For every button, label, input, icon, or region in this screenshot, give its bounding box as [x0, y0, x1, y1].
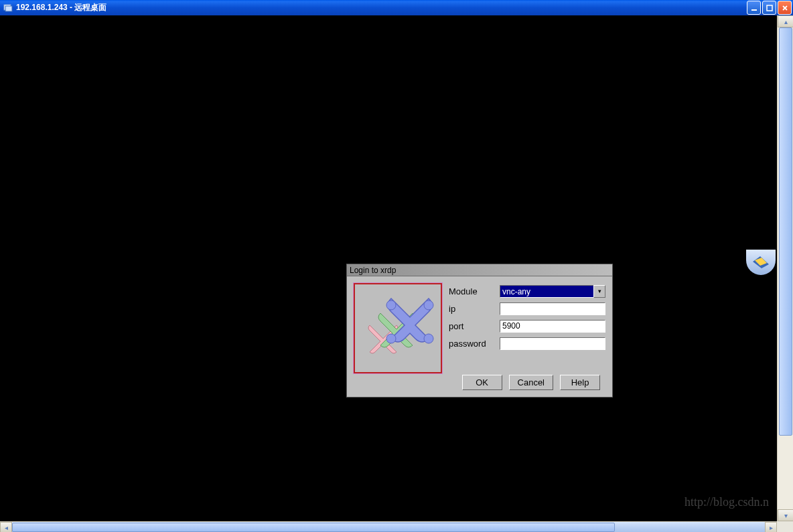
watermark-text: http://blog.csdn.n [684, 495, 769, 509]
window-controls [747, 1, 792, 15]
dropdown-icon[interactable]: ▾ [593, 285, 605, 298]
module-select-value: vnc-any [500, 285, 593, 298]
port-input[interactable] [500, 320, 605, 333]
cancel-button[interactable]: Cancel [509, 375, 553, 390]
hscroll-track[interactable] [12, 522, 765, 532]
vscroll-track[interactable] [778, 27, 793, 509]
xrdp-logo [354, 283, 442, 373]
login-fields: Module vnc-any ▾ ip port password [449, 283, 605, 373]
window-titlebar: 192.168.1.243 - 远程桌面 [0, 0, 793, 15]
dialog-titlebar: Login to xrdp [347, 264, 612, 276]
password-label: password [449, 339, 496, 349]
port-label: port [449, 321, 496, 331]
minimize-button[interactable] [747, 1, 761, 15]
ip-label: ip [449, 304, 496, 314]
remote-desktop-icon [3, 3, 13, 13]
horizontal-scrollbar[interactable]: ◂ ▸ [0, 521, 777, 532]
svg-point-5 [424, 300, 433, 310]
svg-rect-2 [751, 9, 757, 11]
client-area: Login to xrdp [0, 15, 793, 532]
scroll-up-icon[interactable]: ▴ [778, 15, 793, 27]
dialog-body: Module vnc-any ▾ ip port password [347, 276, 612, 380]
help-button[interactable]: Help [560, 375, 600, 390]
vertical-scrollbar[interactable]: ▴ ▾ [777, 15, 793, 521]
hscroll-thumb[interactable] [12, 523, 615, 532]
scrollbar-corner [777, 521, 793, 532]
remote-desktop-window: 192.168.1.243 - 远程桌面 Login to xrdp [0, 0, 793, 532]
svg-point-7 [424, 334, 433, 343]
close-button[interactable] [778, 1, 792, 15]
ip-input[interactable] [500, 302, 605, 315]
vscroll-thumb[interactable] [779, 27, 792, 436]
svg-point-4 [386, 300, 396, 310]
remote-screen[interactable]: Login to xrdp [0, 15, 777, 521]
svg-rect-1 [5, 6, 12, 11]
dialog-buttons: OK Cancel Help [462, 375, 600, 390]
xrdp-login-dialog: Login to xrdp [346, 264, 613, 397]
dialog-title: Login to xrdp [350, 266, 396, 275]
module-select[interactable]: vnc-any ▾ [500, 285, 605, 298]
svg-rect-3 [767, 5, 772, 11]
maximize-button[interactable] [762, 1, 776, 15]
module-label: Module [449, 286, 496, 296]
password-input[interactable] [500, 337, 605, 350]
ok-button[interactable]: OK [462, 375, 502, 390]
scroll-down-icon[interactable]: ▾ [778, 509, 793, 521]
window-title: 192.168.1.243 - 远程桌面 [16, 2, 747, 13]
svg-point-6 [386, 334, 396, 343]
scroll-left-icon[interactable]: ◂ [0, 522, 12, 532]
scroll-right-icon[interactable]: ▸ [765, 522, 777, 532]
